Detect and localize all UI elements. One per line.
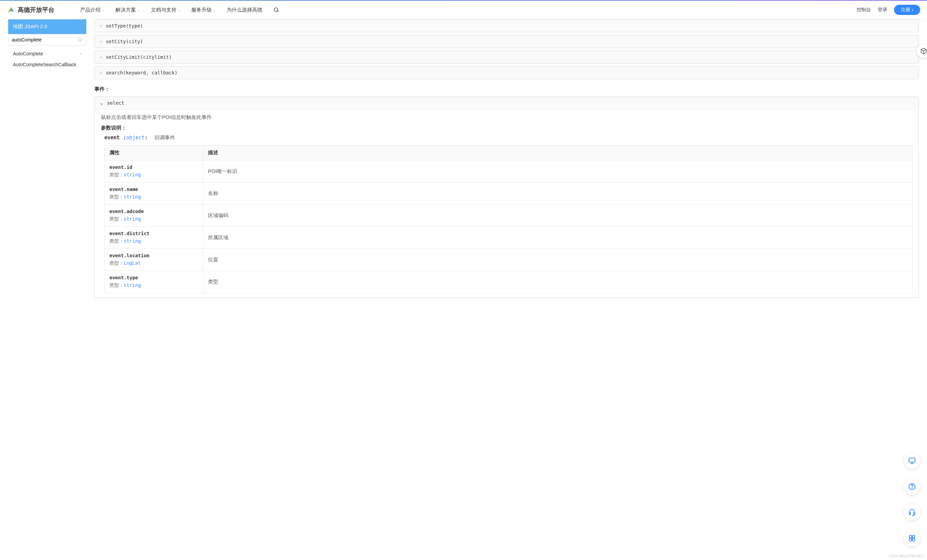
sidebar-title: 地图 JSAPI 2.0 — [8, 20, 86, 34]
amap-logo-icon — [7, 6, 15, 14]
prop-name: event.district — [109, 231, 198, 236]
prop-name: event.type — [109, 275, 198, 280]
prop-type: 类型：string — [109, 194, 198, 200]
prop-name: event.location — [109, 253, 198, 258]
prop-name: event.name — [109, 187, 198, 192]
prop-type: 类型：string — [109, 172, 198, 178]
chevron-down-icon: ⌄ — [137, 8, 140, 12]
method-setcity[interactable]: ›setCity(city) — [94, 35, 919, 48]
console-link[interactable]: 控制台 — [857, 7, 871, 13]
event-select-header[interactable]: ⌄ select — [95, 97, 918, 109]
table-row: event.location类型：LngLat位置 — [105, 249, 912, 271]
nav-solution[interactable]: 解决方案⌄ — [115, 7, 140, 13]
table-header: 属性 描述 — [105, 146, 912, 160]
prop-type: 类型：string — [109, 238, 198, 244]
chevron-down-icon: ⌄ — [213, 8, 216, 12]
header: 高德开放平台 产品介绍⌄ 解决方案⌄ 文档与支持⌄ 服务升级⌄ 为什么选择高德 … — [0, 1, 927, 20]
method-setcitylimit[interactable]: ›setCityLimit(citylimit) — [94, 51, 919, 64]
content: ›setType(type) ›setCity(city) ›setCityLi… — [94, 20, 919, 298]
prop-name: event.id — [109, 164, 198, 170]
col-attr: 属性 — [105, 146, 203, 160]
chevron-right-icon: › — [80, 51, 82, 56]
signup-button[interactable]: 注册› — [894, 5, 920, 15]
prop-name: event.adcode — [109, 209, 198, 214]
chevron-right-icon: › — [100, 39, 102, 44]
svg-line-3 — [81, 41, 82, 42]
chevron-down-icon: ⌄ — [178, 8, 181, 12]
sidebar-search-input[interactable] — [12, 37, 77, 42]
event-select-panel: ⌄ select 鼠标点击或者回车选中某个POI信息时触发此事件 参数说明： e… — [94, 97, 919, 298]
chevron-right-icon: › — [912, 7, 913, 12]
nav-product[interactable]: 产品介绍⌄ — [80, 7, 105, 13]
search-icon[interactable] — [273, 7, 279, 13]
chevron-down-icon: ⌄ — [102, 8, 105, 12]
table-row: event.district类型：string所属区域 — [105, 227, 912, 249]
nav-upgrade[interactable]: 服务升级⌄ — [191, 7, 216, 13]
events-label: 事件： — [94, 86, 919, 93]
sidebar-item-autocomplete[interactable]: AutoComplete› — [8, 48, 86, 59]
nav-why[interactable]: 为什么选择高德 — [226, 7, 262, 13]
prop-type: 类型：string — [109, 282, 198, 288]
property-table: 属性 描述 event.id类型：stringPOI唯一标识event.name… — [104, 145, 912, 293]
sidebar-item-autocompletesearchcallback[interactable]: AutoCompleteSearchCallback — [8, 59, 86, 70]
search-icon — [77, 37, 82, 42]
param-title: 参数说明： — [101, 125, 912, 131]
cube-icon — [920, 47, 927, 55]
svg-point-0 — [274, 8, 278, 12]
prop-desc: 区域编码 — [203, 205, 912, 226]
brand-logo[interactable]: 高德开放平台 — [7, 6, 55, 14]
prop-type: 类型：string — [109, 216, 198, 222]
chevron-right-icon: › — [100, 70, 102, 76]
header-right: 控制台 登录 注册› — [857, 5, 920, 15]
prop-desc: POI唯一标识 — [203, 160, 912, 182]
brand-text: 高德开放平台 — [18, 6, 55, 14]
method-search[interactable]: ›search(keyword, callback) — [94, 66, 919, 79]
table-row: event.type类型：string类型 — [105, 271, 912, 293]
svg-line-1 — [277, 11, 279, 12]
table-row: event.adcode类型：string区域编码 — [105, 205, 912, 227]
table-row: event.name类型：string名称 — [105, 182, 912, 205]
prop-desc: 类型 — [203, 271, 912, 293]
prop-desc: 所属区域 — [203, 227, 912, 248]
svg-point-2 — [78, 38, 81, 41]
prop-desc: 位置 — [203, 249, 912, 270]
event-description: 鼠标点击或者回车选中某个POI信息时触发此事件 — [101, 114, 912, 121]
chevron-right-icon: › — [100, 23, 102, 29]
nav-docs[interactable]: 文档与支持⌄ — [151, 7, 181, 13]
prop-type: 类型：LngLat — [109, 260, 198, 266]
col-desc: 描述 — [203, 146, 912, 160]
sidebar: 地图 JSAPI 2.0 AutoComplete› AutoCompleteS… — [8, 20, 86, 73]
nav: 产品介绍⌄ 解决方案⌄ 文档与支持⌄ 服务升级⌄ 为什么选择高德 — [80, 7, 851, 13]
login-link[interactable]: 登录 — [878, 7, 887, 13]
event-body: 鼠标点击或者回车选中某个POI信息时触发此事件 参数说明： event （obj… — [95, 109, 918, 297]
param-line: event （object） 回调事件 — [104, 135, 912, 141]
table-row: event.id类型：stringPOI唯一标识 — [105, 160, 912, 182]
chevron-right-icon: › — [100, 55, 102, 60]
sidebar-search[interactable] — [8, 34, 86, 46]
prop-desc: 名称 — [203, 182, 912, 204]
method-settype[interactable]: ›setType(type) — [94, 20, 919, 32]
chevron-down-icon: ⌄ — [100, 100, 103, 106]
